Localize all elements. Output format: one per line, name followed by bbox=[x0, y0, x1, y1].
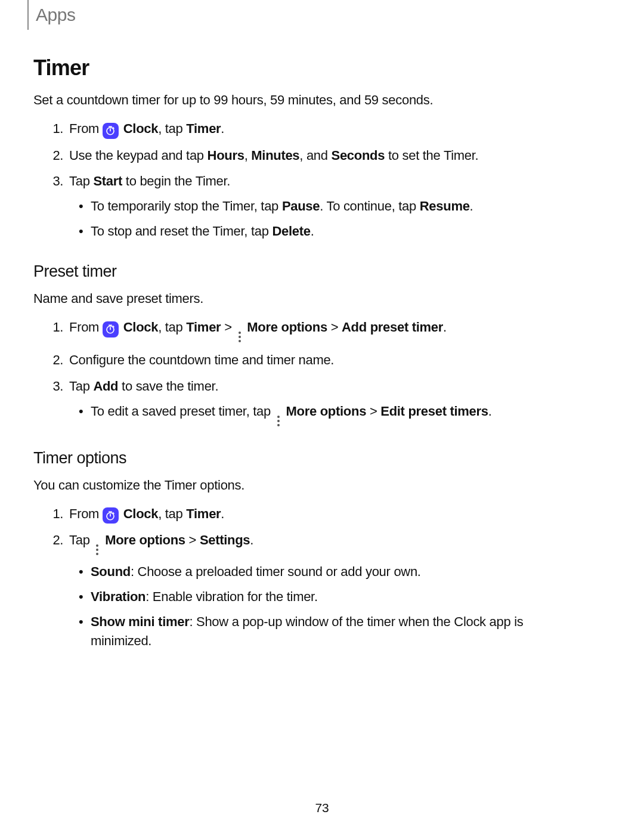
clock-icon bbox=[103, 123, 119, 139]
list-item: Use the keypad and tap Hours, Minutes, a… bbox=[67, 146, 579, 165]
section-intro: You can customize the Timer options. bbox=[33, 476, 579, 495]
section-intro: Name and save preset timers. bbox=[33, 289, 579, 308]
breadcrumb: Apps bbox=[27, 0, 75, 30]
page-content: Timer Set a countdown timer for up to 99… bbox=[33, 52, 579, 658]
more-options-icon bbox=[236, 330, 244, 343]
section-title-options: Timer options bbox=[33, 447, 579, 470]
breadcrumb-label: Apps bbox=[36, 5, 75, 24]
list-item: Tap Add to save the timer. To edit a sav… bbox=[67, 377, 579, 428]
sub-bullets: Sound: Choose a preloaded timer sound or… bbox=[69, 562, 579, 651]
list-item: Show mini timer: Show a pop-up window of… bbox=[91, 612, 579, 651]
page-number: 73 bbox=[0, 801, 644, 815]
more-options-icon bbox=[274, 414, 283, 428]
clock-icon bbox=[103, 321, 119, 337]
list-item: To edit a saved preset timer, tap More o… bbox=[91, 402, 579, 428]
list-item: Sound: Choose a preloaded timer sound or… bbox=[91, 562, 579, 581]
options-steps: From Clock, tap Timer. Tap More options … bbox=[33, 504, 579, 651]
list-item: To stop and reset the Timer, tap Delete. bbox=[91, 222, 579, 241]
preset-steps: From Clock, tap Timer > More options > A… bbox=[33, 318, 579, 428]
clock-icon bbox=[103, 507, 119, 524]
timer-steps: From Clock, tap Timer. Use the keypad an… bbox=[33, 119, 579, 241]
list-item: From Clock, tap Timer > More options > A… bbox=[67, 318, 579, 343]
list-item: To temporarily stop the Timer, tap Pause… bbox=[91, 197, 579, 216]
list-item: From Clock, tap Timer. bbox=[67, 119, 579, 139]
section-intro: Set a countdown timer for up to 99 hours… bbox=[33, 91, 579, 110]
sub-bullets: To temporarily stop the Timer, tap Pause… bbox=[69, 197, 579, 241]
section-title-preset: Preset timer bbox=[33, 260, 579, 283]
list-item: Vibration: Enable vibration for the time… bbox=[91, 587, 579, 606]
section-title-timer: Timer bbox=[33, 52, 579, 83]
list-item: Tap Start to begin the Timer. To tempora… bbox=[67, 172, 579, 241]
sub-bullets: To edit a saved preset timer, tap More o… bbox=[69, 402, 579, 428]
list-item: From Clock, tap Timer. bbox=[67, 504, 579, 524]
list-item: Configure the countdown time and timer n… bbox=[67, 351, 579, 370]
list-item: Tap More options > Settings. Sound: Choo… bbox=[67, 531, 579, 651]
more-options-icon bbox=[93, 543, 101, 556]
